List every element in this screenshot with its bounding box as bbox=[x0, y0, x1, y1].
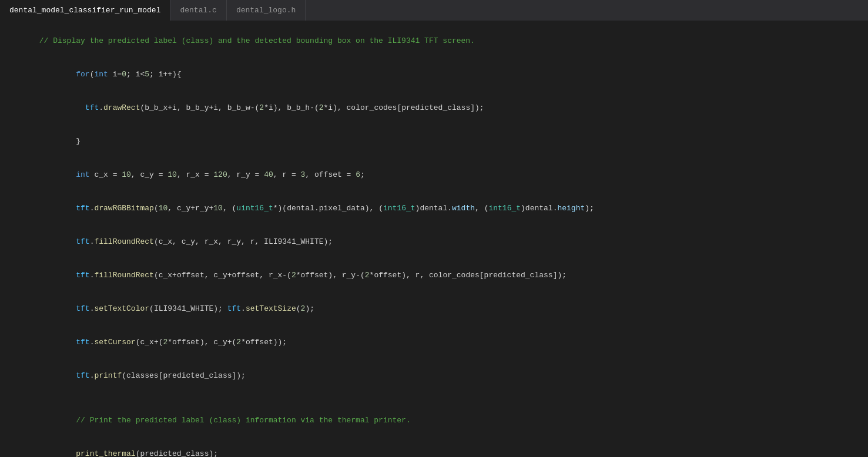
tab-bar: dental_model_classifier_run_model dental… bbox=[0, 0, 868, 21]
editor-area: // Display the predicted label (class) a… bbox=[0, 21, 868, 457]
code-line: tft.setCursor(c_x+(2*offset), c_y+(2*off… bbox=[0, 325, 868, 359]
code-line: tft.fillRoundRect(c_x+offset, c_y+offset… bbox=[0, 258, 868, 292]
tab-dental-c[interactable]: dental.c bbox=[170, 0, 226, 21]
code-line bbox=[0, 392, 868, 404]
code-line: int c_x = 10, c_y = 10, r_x = 120, r_y =… bbox=[0, 158, 868, 191]
code-line: // Display the predicted label (class) a… bbox=[0, 24, 868, 58]
code-line: tft.fillRoundRect(c_x, c_y, r_x, r_y, r,… bbox=[0, 225, 868, 258]
code-line: tft.setTextColor(ILI9341_WHITE); tft.set… bbox=[0, 292, 868, 325]
code-line: for(int i=0; i<5; i++){ bbox=[0, 58, 868, 91]
code-line: tft.printf(classes[predicted_class]); bbox=[0, 359, 868, 392]
tab-dental-logo[interactable]: dental_logo.h bbox=[227, 0, 306, 21]
code-line: // Print the predicted label (class) inf… bbox=[0, 404, 868, 437]
code-line: } bbox=[0, 125, 868, 158]
tab-main[interactable]: dental_model_classifier_run_model bbox=[0, 0, 170, 21]
code-line: tft.drawRect(b_b_x+i, b_b_y+i, b_b_w-(2*… bbox=[0, 91, 868, 125]
code-line: print_thermal(predicted_class); bbox=[0, 437, 868, 457]
code-line: tft.drawRGBBitmap(10, c_y+r_y+10, (uint1… bbox=[0, 191, 868, 225]
